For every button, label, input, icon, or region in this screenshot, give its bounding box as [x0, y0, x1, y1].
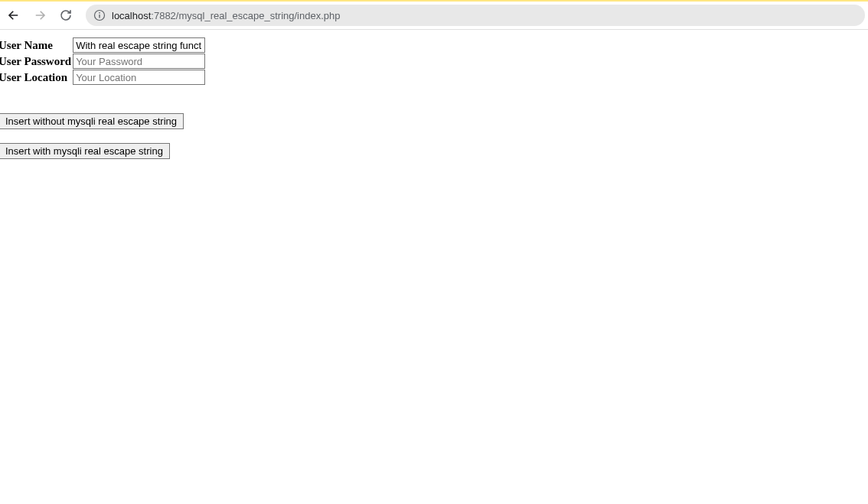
row-name: User Name [0, 37, 207, 54]
button-row-1: Insert without mysqli real escape string [0, 113, 868, 129]
user-location-input[interactable] [73, 70, 205, 85]
reload-icon [59, 8, 73, 22]
url-host: localhost [112, 10, 151, 21]
browser-toolbar: localhost:7882/mysql_real_escape_string/… [0, 2, 868, 29]
info-icon [93, 9, 106, 21]
url-text: localhost:7882/mysql_real_escape_string/… [112, 10, 340, 21]
label-user-name: User Name [0, 37, 73, 54]
row-password: User Password [0, 54, 207, 70]
back-button[interactable] [3, 5, 24, 26]
user-name-input[interactable] [73, 37, 205, 53]
arrow-left-icon [7, 8, 21, 22]
browser-chrome: localhost:7882/mysql_real_escape_string/… [0, 0, 868, 30]
url-path: :7882/mysql_real_escape_string/index.php [151, 10, 340, 21]
button-row-2: Insert with mysqli real escape string [0, 143, 868, 159]
insert-with-button[interactable]: Insert with mysqli real escape string [0, 143, 170, 159]
forward-button[interactable] [29, 5, 51, 26]
label-user-password: User Password [0, 54, 73, 70]
form-table: User Name User Password User Location [0, 37, 207, 86]
reload-button[interactable] [55, 5, 77, 26]
page-content: User Name User Password User Location In… [0, 30, 868, 159]
insert-without-button[interactable]: Insert without mysqli real escape string [0, 113, 184, 129]
user-password-input[interactable] [73, 54, 205, 69]
svg-rect-1 [99, 15, 100, 18]
arrow-right-icon [33, 8, 47, 22]
label-user-location: User Location [0, 70, 73, 86]
address-bar[interactable]: localhost:7882/mysql_real_escape_string/… [86, 5, 865, 26]
svg-rect-2 [99, 12, 100, 14]
row-location: User Location [0, 70, 207, 86]
